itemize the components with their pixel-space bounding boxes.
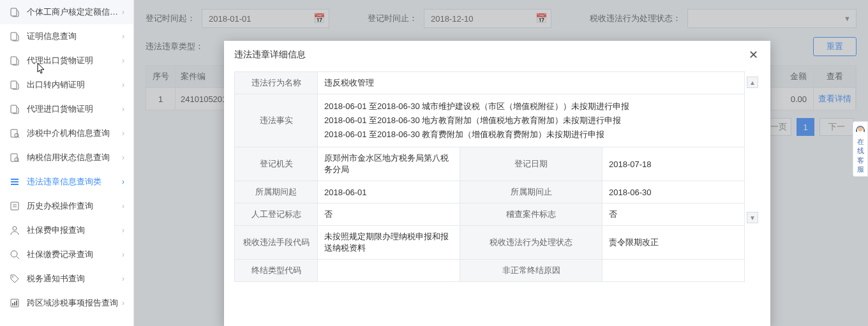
history-icon xyxy=(9,200,20,212)
scroll-down-icon[interactable]: ▼ xyxy=(747,212,758,223)
sidebar-item-0[interactable]: 个体工商户核定定额信息查询 › xyxy=(0,0,133,24)
chevron-right-icon: › xyxy=(122,226,124,235)
k-endtype: 终结类型代码 xyxy=(235,260,318,282)
doc-icon xyxy=(9,31,20,42)
k-name: 违法行为名称 xyxy=(235,72,318,94)
svg-rect-20 xyxy=(12,303,13,306)
doc-icon xyxy=(9,55,20,66)
chevron-right-icon: › xyxy=(122,299,124,307)
k-means: 税收违法手段代码 xyxy=(235,226,318,260)
sidebar-item-label: 税务通知书查询 xyxy=(27,273,122,285)
sidebar-item-label: 个体工商户核定定额信息查询 xyxy=(27,6,122,18)
sidebar-item-label: 证明信息查询 xyxy=(27,31,122,42)
chevron-right-icon: › xyxy=(122,80,124,89)
v-fact: 2018-06-01 至2018-06-30 城市维护建设税（市区（增值税附征）… xyxy=(318,94,745,147)
svg-rect-1 xyxy=(11,33,17,40)
chevron-right-icon: › xyxy=(122,177,124,186)
svg-rect-3 xyxy=(11,81,17,89)
v-org: 原郑州市金水区地方税务局第八税务分局 xyxy=(318,147,460,181)
online-service-label: 在线客服 xyxy=(857,138,864,173)
k-manual: 人工登记标志 xyxy=(235,204,318,226)
search-doc-icon xyxy=(9,128,20,139)
k-fact: 违法事实 xyxy=(235,94,318,147)
sidebar-item-label: 代理出口货物证明 xyxy=(27,55,122,66)
k-org: 登记机关 xyxy=(235,147,318,181)
svg-line-10 xyxy=(18,161,19,162)
report-icon xyxy=(9,297,20,309)
v-manual: 否 xyxy=(318,204,460,226)
sidebar-item-1[interactable]: 证明信息查询 › xyxy=(0,24,133,48)
sidebar-item-4[interactable]: 代理进口货物证明 › xyxy=(0,97,133,121)
k-inspect: 稽查案件标志 xyxy=(460,204,602,226)
fact-line-2: 2018-06-01 至2018-06-30 地方教育附加（增值税地方教育附加）… xyxy=(324,114,738,128)
svg-line-7 xyxy=(18,137,19,138)
chevron-right-icon: › xyxy=(122,32,124,41)
sidebar-item-label: 历史办税操作查询 xyxy=(27,200,122,212)
doc-icon xyxy=(9,6,20,18)
v-name: 违反税收管理 xyxy=(318,72,745,94)
chevron-right-icon: › xyxy=(122,153,124,162)
svg-rect-2 xyxy=(11,57,17,64)
v-pstart: 2018-06-01 xyxy=(318,181,460,204)
sidebar-item-12[interactable]: 跨区域涉税事项报告查询 › xyxy=(0,291,133,315)
v-status: 责令限期改正 xyxy=(602,226,745,260)
chevron-right-icon: › xyxy=(122,202,124,211)
list-icon xyxy=(9,176,20,188)
headset-icon xyxy=(855,124,866,136)
v-date: 2018-07-18 xyxy=(602,147,745,181)
k-endreason: 非正常终结原因 xyxy=(460,260,602,282)
sidebar-item-label: 跨区域涉税事项报告查询 xyxy=(27,297,122,309)
svg-point-16 xyxy=(11,251,17,257)
svg-rect-24 xyxy=(856,130,857,132)
close-icon[interactable]: ✕ xyxy=(746,48,760,62)
svg-rect-25 xyxy=(864,130,865,132)
fact-line-3: 2018-06-01 至2018-06-30 教育费附加（增值税教育费附加）未按… xyxy=(324,128,738,142)
sidebar-item-10[interactable]: 社保缴费记录查询 › xyxy=(0,242,133,267)
online-service-button[interactable]: 在线客服 xyxy=(853,121,868,177)
svg-point-18 xyxy=(12,276,13,278)
sidebar-item-2[interactable]: 代理出口货物证明 › xyxy=(0,48,133,73)
scroll-up-icon[interactable]: ▲ xyxy=(747,77,758,88)
sidebar-item-label: 出口转内销证明 xyxy=(27,79,122,91)
chevron-right-icon: › xyxy=(122,8,124,17)
v-inspect: 否 xyxy=(602,204,745,226)
doc-icon xyxy=(9,79,20,91)
k-pstart: 所属期间起 xyxy=(235,181,318,204)
sidebar-item-3[interactable]: 出口转内销证明 › xyxy=(0,73,133,97)
sidebar-item-6[interactable]: 纳税信用状态信息查询 › xyxy=(0,145,133,170)
search-icon xyxy=(9,249,20,260)
sidebar-item-label: 违法违章信息查询类 xyxy=(27,176,122,188)
svg-rect-4 xyxy=(11,105,17,113)
v-pend: 2018-06-30 xyxy=(602,181,745,204)
svg-rect-22 xyxy=(16,300,17,306)
modal-scrollbar[interactable]: ▲ ▼ xyxy=(746,77,759,223)
sidebar-item-9[interactable]: 社保费申报查询 › xyxy=(0,218,133,242)
sidebar-item-8[interactable]: 历史办税操作查询 › xyxy=(0,194,133,218)
chevron-right-icon: › xyxy=(122,250,124,259)
svg-rect-21 xyxy=(14,302,15,306)
sidebar-item-label: 涉税中介机构信息查询 xyxy=(27,128,122,139)
chevron-right-icon: › xyxy=(122,129,124,138)
sidebar-item-11[interactable]: 税务通知书查询 › xyxy=(0,267,133,291)
svg-rect-14 xyxy=(11,202,19,210)
v-endtype xyxy=(318,260,460,282)
detail-table: 违法行为名称 违反税收管理 违法事实 2018-06-01 至2018-06-3… xyxy=(234,71,745,282)
svg-rect-11 xyxy=(11,179,19,180)
modal-title: 违法违章详细信息 xyxy=(234,49,746,61)
svg-point-15 xyxy=(13,226,17,230)
tag-icon xyxy=(9,273,20,285)
k-pend: 所属期间止 xyxy=(460,181,602,204)
sidebar-item-5[interactable]: 涉税中介机构信息查询 › xyxy=(0,121,133,145)
v-endreason xyxy=(602,260,745,282)
chevron-right-icon: › xyxy=(122,274,124,283)
sidebar-item-label: 纳税信用状态信息查询 xyxy=(27,152,122,163)
sidebar-item-7[interactable]: 违法违章信息查询类 › xyxy=(0,170,133,194)
doc-icon xyxy=(9,103,20,115)
sidebar: 个体工商户核定定额信息查询 › 证明信息查询 › 代理出口货物证明 › 出口转内… xyxy=(0,0,134,326)
svg-rect-13 xyxy=(11,184,19,185)
svg-rect-0 xyxy=(11,8,17,16)
fact-line-1: 2018-06-01 至2018-06-30 城市维护建设税（市区（增值税附征）… xyxy=(324,100,738,114)
v-means: 未按照规定期限办理纳税申报和报送纳税资料 xyxy=(318,226,460,260)
search-doc-icon xyxy=(9,152,20,163)
sidebar-item-label: 社保缴费记录查询 xyxy=(27,249,122,260)
